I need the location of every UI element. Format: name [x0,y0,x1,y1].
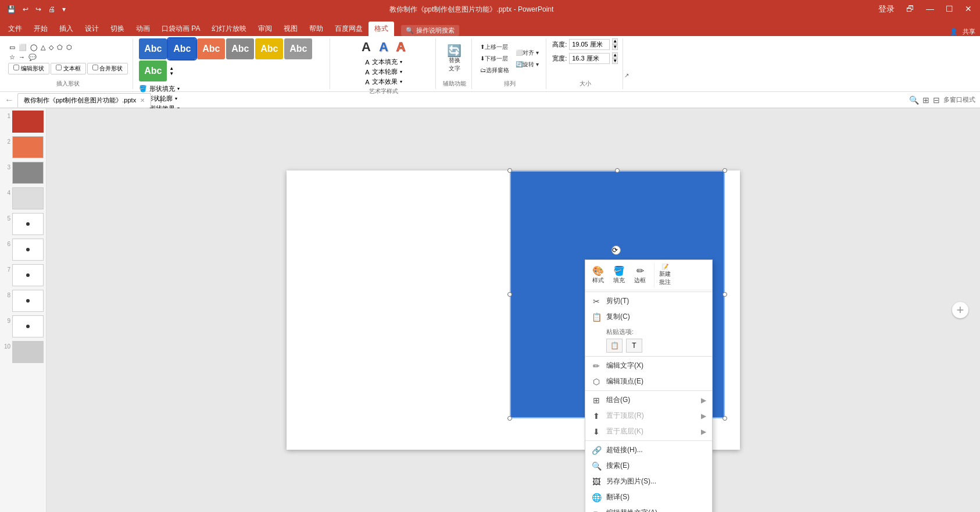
handle-ml[interactable] [507,292,512,297]
merge-shapes-btn[interactable]: 合并形状 [87,63,128,74]
style-scroll-btn[interactable]: ▲ ▼ [168,65,175,77]
shape-hex[interactable]: ⬡ [65,43,73,52]
width-up-btn[interactable]: ▲ [612,52,618,58]
slide-img-1[interactable] [12,111,44,133]
ctx-translate[interactable]: 🌐 翻译(S) [585,489,712,505]
align-btn[interactable]: ⬜ 对齐 ▾ [513,48,541,58]
ctx-save-image[interactable]: 🖼 另存为图片(S)... [585,474,712,489]
shape-circle[interactable]: ◯ [29,43,38,52]
slide-thumb-10[interactable]: 10 [2,341,44,363]
tab-start[interactable]: 开始 [28,22,53,36]
tab-slideshow[interactable]: 幻灯片放映 [206,22,252,36]
handle-tm[interactable] [615,168,620,173]
share-label[interactable]: 共享 [963,27,975,36]
edit-shape-btn[interactable]: 编辑形状 [8,63,49,74]
ctx-send-back[interactable]: ⬇ 置于底层(K) ▶ [585,424,712,439]
move-down-btn[interactable]: ⬇ 下移一层 [478,54,510,64]
slide-img-6[interactable] [12,239,44,261]
shape-style-5[interactable]: Abc [255,38,283,59]
shape-arrow[interactable]: → [17,53,26,62]
handle-tl[interactable] [507,168,512,173]
slide-img-8[interactable] [12,290,44,312]
minimize-button[interactable]: — [922,3,938,16]
width-value[interactable]: 16.3 厘米 [569,53,610,64]
slide-img-2[interactable] [12,136,44,158]
shape-callout[interactable]: 💬 [27,53,38,62]
paste-opt-1[interactable]: 📋 [606,339,623,353]
tab-baidu[interactable]: 百度网盘 [329,22,369,36]
tab-transition[interactable]: 切换 [105,22,130,36]
operation-search[interactable]: 操作说明搜索 [416,26,455,35]
new-tab-btn[interactable]: + [153,94,168,107]
text-effect-2[interactable]: A [377,38,391,56]
replace-text-btn[interactable]: 🔄 替换文字 [444,43,465,74]
ctx-cut[interactable]: ✂ 剪切(T) [585,293,712,309]
shape-style-3[interactable]: Abc [197,38,225,59]
ctx-edit-text[interactable]: ✏ 编辑文字(X) [585,358,712,374]
redo-icon[interactable]: ↪ [33,4,44,15]
text-fill-btn[interactable]: A 文本填充 ▾ [365,58,402,66]
slide-img-10[interactable] [12,341,44,363]
ctx-hyperlink[interactable]: 🔗 超链接(H)... [585,442,712,458]
paste-opt-2[interactable]: T [626,339,642,353]
shape-rect[interactable]: ▭ [8,43,16,52]
ctx-tb-fill[interactable]: 🪣 填充 [610,264,628,286]
tab-format[interactable]: 格式 [369,22,394,36]
shape-triangle[interactable]: △ [40,43,47,52]
tab-help[interactable]: 帮助 [303,22,329,36]
slide-img-5[interactable] [12,213,44,235]
restore-button[interactable]: 🗗 [903,3,918,16]
shape-diamond[interactable]: ◇ [48,43,55,52]
doc-tab-main[interactable]: 教你制作《ppt制作创意图片功能》.pptx ✕ [17,93,151,108]
ctx-tb-border[interactable]: ✏ 边框 [631,264,649,286]
fit-icon[interactable]: ⊞ [922,95,929,105]
text-effect-3[interactable]: A [394,38,408,56]
slide-thumb-7[interactable]: 7 [2,264,44,286]
ctx-tb-new-comment[interactable]: 📝 新建批注 [654,262,675,287]
slide-img-4[interactable] [12,187,44,209]
tab-design[interactable]: 设计 [79,22,105,36]
edit-shape-checkbox[interactable] [13,65,19,70]
print-icon[interactable]: 🖨 [46,4,58,15]
slide-img-7[interactable] [12,264,44,286]
multiwindow-icon[interactable]: ⊟ [933,95,940,105]
slide-thumb-8[interactable]: 8 [2,290,44,312]
shape-style-2[interactable]: Abc [168,38,196,59]
handle-br[interactable] [723,416,727,421]
slide-thumb-6[interactable]: 6 [2,239,44,261]
text-effect-dropdown-btn[interactable]: A 文本效果 ▾ [365,77,402,86]
merge-checkbox[interactable] [92,65,98,70]
ctx-copy[interactable]: 📋 复制(C) [585,309,712,325]
save-icon[interactable]: 💾 [5,4,18,15]
height-down-btn[interactable]: ▼ [612,44,618,50]
text-outline-btn[interactable]: A 文本轮廓 ▾ [365,67,402,76]
slide-thumb-5[interactable]: 5 [2,213,44,235]
handle-bl[interactable] [507,416,512,421]
shape-style-6[interactable]: Abc [284,38,312,59]
shape-pentagon[interactable]: ⬠ [56,43,64,52]
rotate-btn[interactable]: 🔄 旋转 ▾ [513,59,541,70]
customize-icon[interactable]: ▾ [60,4,68,15]
slide-thumb-3[interactable]: 3 [2,162,44,184]
add-slide-btn[interactable]: + [952,302,968,318]
undo-icon[interactable]: ↩ [20,4,31,15]
slide-thumb-9[interactable]: 9 [2,315,44,337]
textbox-checkbox[interactable] [56,65,62,70]
height-up-btn[interactable]: ▲ [612,38,618,44]
height-value[interactable]: 19.05 厘米 [569,39,610,50]
shape-style-4[interactable]: Abc [226,38,254,59]
maximize-button[interactable]: ☐ [942,3,957,16]
zoom-icon[interactable]: 🔍 [909,95,919,105]
multiwindow-label[interactable]: 多窗口模式 [943,95,975,104]
doc-tab-close[interactable]: ✕ [140,97,145,104]
select-panel-btn[interactable]: 🗂 选择窗格 [478,65,512,76]
rotation-handle[interactable]: ⟳ [611,246,621,255]
ctx-search[interactable]: 🔍 搜索(E) [585,458,712,474]
ctx-alt-text[interactable]: ✏ 编辑替换文字(A)... [585,505,712,512]
shape-style-7[interactable]: Abc [139,61,167,81]
slide-thumb-2[interactable]: 2 [2,136,44,158]
text-effect-1[interactable]: A [359,38,373,56]
ctx-edit-vertex[interactable]: ⬡ 编辑顶点(E) [585,374,712,389]
shape-fill-btn[interactable]: 🪣 形状填充 ▾ [139,84,180,93]
shape-star[interactable]: ☆ [8,53,16,62]
